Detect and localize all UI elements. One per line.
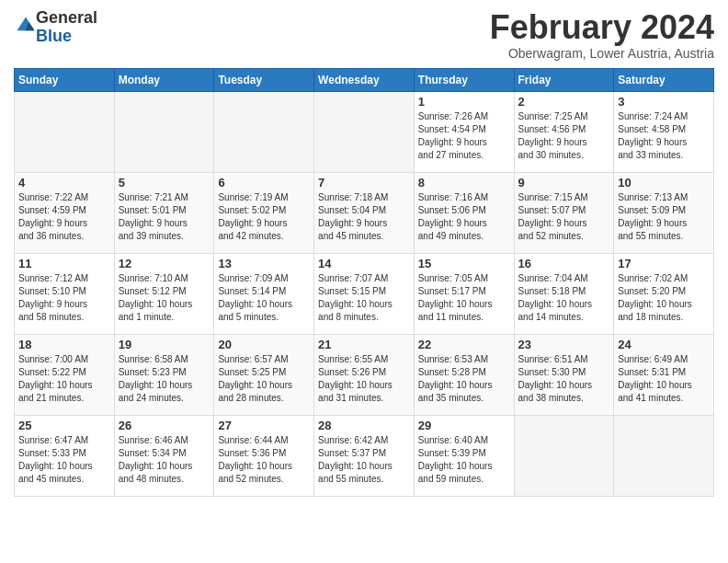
calendar-cell (114, 91, 214, 172)
calendar-cell: 11Sunrise: 7:12 AM Sunset: 5:10 PM Dayli… (15, 253, 115, 334)
calendar-cell: 23Sunrise: 6:51 AM Sunset: 5:30 PM Dayli… (514, 334, 614, 415)
day-number: 29 (418, 419, 510, 432)
calendar-cell: 29Sunrise: 6:40 AM Sunset: 5:39 PM Dayli… (414, 415, 514, 496)
calendar-cell: 12Sunrise: 7:10 AM Sunset: 5:12 PM Dayli… (114, 253, 214, 334)
day-info: Sunrise: 7:16 AM Sunset: 5:06 PM Dayligh… (418, 191, 510, 243)
calendar-cell: 26Sunrise: 6:46 AM Sunset: 5:34 PM Dayli… (114, 415, 214, 496)
title-area: February 2024 Oberwagram, Lower Austria,… (490, 9, 714, 61)
calendar-cell: 16Sunrise: 7:04 AM Sunset: 5:18 PM Dayli… (514, 253, 614, 334)
calendar-cell: 18Sunrise: 7:00 AM Sunset: 5:22 PM Dayli… (15, 334, 115, 415)
day-number: 6 (218, 176, 310, 190)
day-number: 14 (318, 257, 410, 270)
day-info: Sunrise: 7:07 AM Sunset: 5:15 PM Dayligh… (318, 272, 410, 324)
day-info: Sunrise: 7:02 AM Sunset: 5:20 PM Dayligh… (618, 272, 710, 324)
calendar-week-4: 18Sunrise: 7:00 AM Sunset: 5:22 PM Dayli… (15, 334, 714, 415)
calendar-week-3: 11Sunrise: 7:12 AM Sunset: 5:10 PM Dayli… (15, 253, 714, 334)
calendar-cell: 8Sunrise: 7:16 AM Sunset: 5:06 PM Daylig… (414, 172, 514, 253)
calendar-header-row: SundayMondayTuesdayWednesdayThursdayFrid… (15, 68, 714, 91)
day-info: Sunrise: 7:22 AM Sunset: 4:59 PM Dayligh… (18, 191, 110, 243)
logo-blue-text: Blue (36, 27, 72, 45)
calendar-table: SundayMondayTuesdayWednesdayThursdayFrid… (14, 68, 714, 497)
day-number: 1 (418, 95, 510, 109)
day-info: Sunrise: 6:42 AM Sunset: 5:37 PM Dayligh… (318, 434, 410, 486)
day-number: 11 (18, 257, 110, 270)
day-info: Sunrise: 7:15 AM Sunset: 5:07 PM Dayligh… (518, 191, 610, 243)
day-header-saturday: Saturday (614, 68, 714, 91)
calendar-cell: 17Sunrise: 7:02 AM Sunset: 5:20 PM Dayli… (614, 253, 714, 334)
calendar-cell (614, 415, 714, 496)
logo-icon (16, 16, 36, 36)
calendar-cell: 25Sunrise: 6:47 AM Sunset: 5:33 PM Dayli… (15, 415, 115, 496)
day-number: 12 (119, 257, 210, 270)
calendar-cell: 20Sunrise: 6:57 AM Sunset: 5:25 PM Dayli… (214, 334, 314, 415)
day-info: Sunrise: 6:55 AM Sunset: 5:26 PM Dayligh… (318, 353, 410, 405)
calendar-cell: 6Sunrise: 7:19 AM Sunset: 5:02 PM Daylig… (214, 172, 314, 253)
calendar-week-2: 4Sunrise: 7:22 AM Sunset: 4:59 PM Daylig… (15, 172, 714, 253)
logo: General Blue (14, 9, 97, 46)
day-info: Sunrise: 6:46 AM Sunset: 5:34 PM Dayligh… (119, 434, 210, 486)
day-number: 9 (518, 176, 610, 190)
day-info: Sunrise: 6:51 AM Sunset: 5:30 PM Dayligh… (518, 353, 610, 405)
calendar-cell: 10Sunrise: 7:13 AM Sunset: 5:09 PM Dayli… (614, 172, 714, 253)
day-info: Sunrise: 6:44 AM Sunset: 5:36 PM Dayligh… (218, 434, 310, 486)
day-number: 2 (518, 95, 610, 109)
day-number: 13 (218, 257, 310, 270)
calendar-cell (214, 91, 314, 172)
day-info: Sunrise: 6:49 AM Sunset: 5:31 PM Dayligh… (618, 353, 710, 405)
day-number: 10 (618, 176, 710, 190)
calendar-cell: 3Sunrise: 7:24 AM Sunset: 4:58 PM Daylig… (614, 91, 714, 172)
day-info: Sunrise: 6:40 AM Sunset: 5:39 PM Dayligh… (418, 434, 510, 486)
day-number: 19 (119, 338, 210, 351)
calendar-cell: 5Sunrise: 7:21 AM Sunset: 5:01 PM Daylig… (114, 172, 214, 253)
day-header-thursday: Thursday (414, 68, 514, 91)
calendar-cell: 7Sunrise: 7:18 AM Sunset: 5:04 PM Daylig… (314, 172, 415, 253)
calendar-cell: 22Sunrise: 6:53 AM Sunset: 5:28 PM Dayli… (414, 334, 514, 415)
day-number: 18 (18, 338, 110, 351)
calendar-cell: 21Sunrise: 6:55 AM Sunset: 5:26 PM Dayli… (314, 334, 415, 415)
location: Oberwagram, Lower Austria, Austria (490, 46, 714, 61)
month-title: February 2024 (490, 9, 714, 46)
calendar-cell: 19Sunrise: 6:58 AM Sunset: 5:23 PM Dayli… (114, 334, 214, 415)
day-info: Sunrise: 7:21 AM Sunset: 5:01 PM Dayligh… (119, 191, 210, 243)
calendar-cell: 28Sunrise: 6:42 AM Sunset: 5:37 PM Dayli… (314, 415, 415, 496)
day-number: 8 (418, 176, 510, 190)
day-number: 24 (618, 338, 710, 351)
day-info: Sunrise: 7:13 AM Sunset: 5:09 PM Dayligh… (618, 191, 710, 243)
day-number: 25 (18, 419, 110, 432)
calendar-cell (514, 415, 614, 496)
calendar-cell (15, 91, 115, 172)
day-number: 23 (518, 338, 610, 351)
calendar-cell: 9Sunrise: 7:15 AM Sunset: 5:07 PM Daylig… (514, 172, 614, 253)
calendar-cell (314, 91, 415, 172)
day-info: Sunrise: 7:26 AM Sunset: 4:54 PM Dayligh… (418, 110, 510, 162)
day-header-monday: Monday (114, 68, 214, 91)
day-number: 5 (119, 176, 210, 190)
day-info: Sunrise: 7:00 AM Sunset: 5:22 PM Dayligh… (18, 353, 110, 405)
day-info: Sunrise: 7:09 AM Sunset: 5:14 PM Dayligh… (218, 272, 310, 324)
day-info: Sunrise: 6:53 AM Sunset: 5:28 PM Dayligh… (418, 353, 510, 405)
calendar-cell: 4Sunrise: 7:22 AM Sunset: 4:59 PM Daylig… (15, 172, 115, 253)
day-header-wednesday: Wednesday (314, 68, 415, 91)
day-info: Sunrise: 7:05 AM Sunset: 5:17 PM Dayligh… (418, 272, 510, 324)
day-header-tuesday: Tuesday (214, 68, 314, 91)
calendar-week-1: 1Sunrise: 7:26 AM Sunset: 4:54 PM Daylig… (15, 91, 714, 172)
day-info: Sunrise: 7:10 AM Sunset: 5:12 PM Dayligh… (119, 272, 210, 324)
calendar-cell: 24Sunrise: 6:49 AM Sunset: 5:31 PM Dayli… (614, 334, 714, 415)
day-header-friday: Friday (514, 68, 614, 91)
page-header: General Blue February 2024 Oberwagram, L… (14, 9, 714, 61)
day-number: 28 (318, 419, 410, 432)
day-number: 15 (418, 257, 510, 270)
calendar-cell: 1Sunrise: 7:26 AM Sunset: 4:54 PM Daylig… (414, 91, 514, 172)
day-number: 21 (318, 338, 410, 351)
day-info: Sunrise: 6:58 AM Sunset: 5:23 PM Dayligh… (119, 353, 210, 405)
day-number: 7 (318, 176, 410, 190)
calendar-week-5: 25Sunrise: 6:47 AM Sunset: 5:33 PM Dayli… (15, 415, 714, 496)
day-number: 17 (618, 257, 710, 270)
day-number: 20 (218, 338, 310, 351)
day-info: Sunrise: 6:57 AM Sunset: 5:25 PM Dayligh… (218, 353, 310, 405)
day-info: Sunrise: 7:24 AM Sunset: 4:58 PM Dayligh… (618, 110, 710, 162)
day-info: Sunrise: 7:19 AM Sunset: 5:02 PM Dayligh… (218, 191, 310, 243)
day-number: 4 (18, 176, 110, 190)
day-number: 3 (618, 95, 710, 109)
day-info: Sunrise: 7:18 AM Sunset: 5:04 PM Dayligh… (318, 191, 410, 243)
